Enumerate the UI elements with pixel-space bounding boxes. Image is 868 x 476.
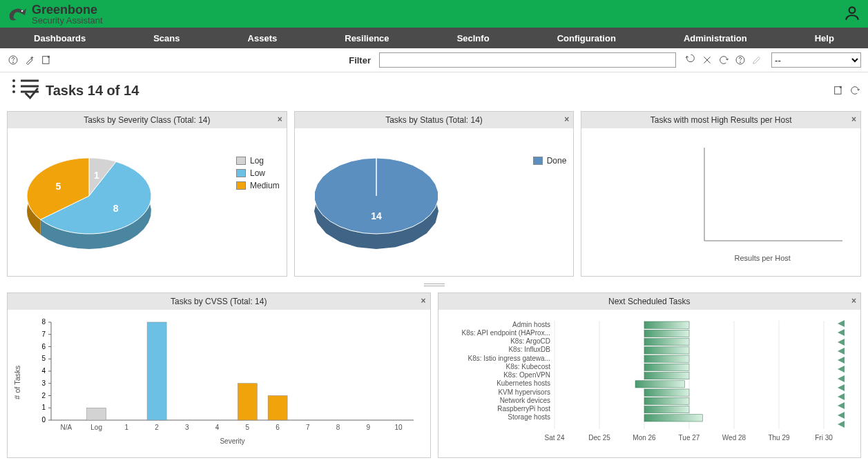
svg-rect-90 (644, 397, 689, 404)
add-dashboard-icon[interactable] (832, 84, 845, 97)
schedule-arrow-icon[interactable] (838, 393, 845, 400)
svg-text:K8s: ArgoCD: K8s: ArgoCD (510, 337, 550, 345)
chart-status[interactable]: 14 (300, 134, 459, 265)
svg-rect-76 (644, 339, 689, 346)
svg-rect-84 (644, 373, 689, 379)
panel-title: Tasks by Status (Total: 14) (385, 115, 483, 125)
row-resize-handle[interactable] (424, 284, 445, 286)
schedule-arrow-icon[interactable] (838, 339, 845, 346)
panel-title: Tasks with most High Results per Host (650, 115, 792, 125)
svg-text:4: 4 (41, 367, 46, 375)
schedule-arrow-icon[interactable] (838, 384, 845, 391)
svg-text:3: 3 (185, 424, 189, 431)
svg-text:5: 5 (41, 355, 46, 362)
svg-rect-82 (644, 364, 689, 370)
legend-item[interactable]: Log (236, 156, 280, 166)
svg-text:2: 2 (41, 392, 46, 399)
schedule-arrow-icon[interactable] (838, 412, 845, 419)
schedule-arrow-icon[interactable] (838, 357, 845, 364)
panel-title: Tasks by CVSS (Total: 14) (171, 297, 267, 306)
filter-apply-icon[interactable] (684, 54, 697, 66)
svg-rect-50 (268, 396, 287, 421)
svg-text:KVM hypervisors: KVM hypervisors (498, 388, 550, 396)
nav-assets[interactable]: Assets (241, 29, 284, 48)
filter-input[interactable] (379, 52, 676, 68)
close-icon[interactable]: × (564, 115, 569, 124)
nav-administration[interactable]: Administration (677, 29, 754, 48)
svg-rect-78 (644, 347, 689, 354)
svg-rect-48 (238, 384, 257, 420)
schedule-arrow-icon[interactable] (838, 320, 845, 327)
svg-rect-92 (644, 406, 689, 413)
chart-severity-class[interactable]: 185 (13, 134, 172, 265)
svg-text:4: 4 (215, 424, 220, 431)
reset-dashboard-icon[interactable] (849, 84, 861, 97)
brand: Greenbone Security Assistant (7, 3, 103, 25)
svg-text:K8s: API endpoint (HAProx...: K8s: API endpoint (HAProx... (461, 329, 550, 337)
schedule-arrow-icon[interactable] (838, 329, 845, 336)
close-icon[interactable]: × (851, 115, 856, 124)
legend-item[interactable]: Done (533, 156, 567, 166)
svg-text:K8s: Istio ingress gatewa...: K8s: Istio ingress gatewa... (467, 355, 550, 362)
svg-text:1: 1 (41, 404, 46, 411)
filter-help-icon[interactable] (734, 54, 746, 66)
filter-select[interactable]: -- (771, 52, 861, 68)
schedule-arrow-icon[interactable] (838, 375, 845, 382)
new-task-icon[interactable] (40, 54, 52, 66)
chart-high-results[interactable] (587, 134, 849, 255)
svg-rect-74 (644, 330, 689, 337)
svg-text:3: 3 (41, 379, 46, 387)
xlabel: Results per Host (670, 254, 855, 262)
panel-high-results: Tasks with most High Results per Host× R… (581, 111, 861, 277)
legend-item[interactable]: Medium (236, 181, 280, 190)
tasks-page-icon (7, 77, 40, 104)
panel-scheduled: Next Scheduled Tasks× Sat 24Dec 25Mon 26… (438, 292, 862, 458)
close-icon[interactable]: × (278, 115, 282, 124)
filter-clear-icon[interactable] (701, 54, 713, 66)
user-icon[interactable] (843, 4, 861, 24)
greenbone-logo-icon (7, 4, 28, 23)
svg-text:K8s: Kubecost: K8s: Kubecost (505, 363, 550, 370)
svg-text:Log: Log (90, 424, 102, 431)
schedule-arrow-icon[interactable] (838, 402, 845, 409)
nav-configuration[interactable]: Configuration (550, 29, 623, 48)
svg-text:Sat 24: Sat 24 (544, 434, 564, 442)
wizard-icon[interactable] (23, 54, 36, 66)
ylabel: # of Tasks (13, 366, 21, 399)
panel-status: Tasks by Status (Total: 14)× 14 Done (294, 111, 575, 277)
svg-text:Severity: Severity (220, 437, 244, 445)
svg-text:10: 10 (395, 424, 403, 431)
filter-edit-icon[interactable] (751, 54, 763, 66)
nav-help[interactable]: Help (808, 29, 841, 48)
filter-reset-icon[interactable] (717, 54, 730, 66)
svg-text:0: 0 (41, 416, 46, 424)
nav-scans[interactable]: Scans (146, 29, 186, 48)
svg-text:1: 1 (94, 170, 99, 181)
svg-text:8: 8 (336, 424, 340, 431)
help-icon[interactable] (7, 54, 19, 66)
svg-text:5: 5 (246, 424, 250, 431)
nav-dashboards[interactable]: Dashboards (27, 29, 93, 48)
svg-text:Tue 27: Tue 27 (678, 434, 700, 442)
svg-rect-44 (147, 322, 166, 420)
panel-severity-class: Tasks by Severity Class (Total: 14)× 185… (7, 111, 287, 277)
svg-text:Fri 30: Fri 30 (815, 434, 833, 442)
schedule-arrow-icon[interactable] (838, 348, 845, 355)
close-icon[interactable]: × (851, 296, 856, 306)
schedule-arrow-icon[interactable] (838, 366, 845, 373)
brand-subtitle: Security Assistant (32, 16, 103, 25)
chart-cvss[interactable]: 012345678N/ALog12345678910Severity (13, 315, 421, 446)
nav-secinfo[interactable]: SecInfo (450, 29, 496, 48)
nav-resilience[interactable]: Resilience (338, 29, 396, 48)
svg-rect-41 (87, 408, 106, 420)
svg-text:6: 6 (41, 343, 46, 350)
schedule-arrow-icon[interactable] (838, 421, 845, 428)
legend-status: Done (533, 156, 567, 168)
chart-scheduled[interactable]: Sat 24Dec 25Mon 26Tue 27Wed 28Thu 29Fri … (444, 315, 838, 450)
close-icon[interactable]: × (421, 296, 425, 306)
panel-title: Next Scheduled Tasks (608, 297, 691, 306)
legend-item[interactable]: Low (236, 168, 280, 178)
brand-title: Greenbone (32, 3, 103, 16)
svg-rect-94 (644, 415, 703, 422)
svg-text:K8s: OpenVPN: K8s: OpenVPN (503, 371, 550, 379)
